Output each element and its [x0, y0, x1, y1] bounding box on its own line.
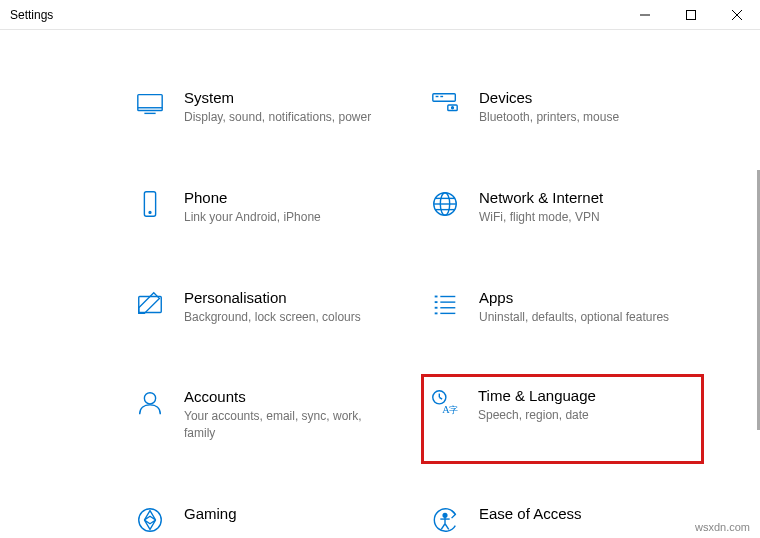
svg-point-28 [144, 393, 155, 404]
category-devices[interactable]: Devices Bluetooth, printers, mouse [425, 85, 700, 130]
category-desc: Display, sound, notifications, power [184, 109, 391, 126]
category-desc: Background, lock screen, colours [184, 309, 391, 326]
apps-icon [429, 289, 461, 321]
category-title: Gaming [184, 505, 391, 522]
svg-point-13 [149, 211, 151, 213]
svg-rect-1 [687, 10, 696, 19]
window-title: Settings [0, 8, 622, 22]
category-apps[interactable]: Apps Uninstall, defaults, optional featu… [425, 285, 700, 330]
time-language-icon: A 字 [428, 387, 460, 419]
devices-icon [429, 89, 461, 121]
category-time-language[interactable]: A 字 Time & Language Speech, region, date [421, 374, 704, 464]
category-title: Apps [479, 289, 686, 306]
category-title: Devices [479, 89, 686, 106]
category-desc: Speech, region, date [478, 407, 687, 424]
maximize-button[interactable] [668, 0, 714, 29]
svg-rect-7 [433, 94, 456, 102]
category-title: Personalisation [184, 289, 391, 306]
ease-of-access-icon [429, 505, 461, 537]
category-title: Ease of Access [479, 505, 686, 522]
svg-line-39 [445, 524, 449, 530]
category-desc: Bluetooth, printers, mouse [479, 109, 686, 126]
window-controls [622, 0, 760, 29]
category-gaming[interactable]: Gaming [130, 501, 405, 538]
category-title: Time & Language [478, 387, 687, 404]
category-title: Phone [184, 189, 391, 206]
category-title: Network & Internet [479, 189, 686, 206]
category-desc: Link your Android, iPhone [184, 209, 391, 226]
category-phone[interactable]: Phone Link your Android, iPhone [130, 185, 405, 230]
category-title: Accounts [184, 388, 391, 405]
category-system[interactable]: System Display, sound, notifications, po… [130, 85, 405, 130]
category-desc: WiFi, flight mode, VPN [479, 209, 686, 226]
watermark: wsxdn.com [695, 521, 750, 533]
svg-point-35 [443, 513, 447, 517]
svg-line-38 [441, 524, 445, 530]
svg-line-31 [439, 398, 442, 400]
category-personalisation[interactable]: Personalisation Background, lock screen,… [130, 285, 405, 330]
close-button[interactable] [714, 0, 760, 29]
svg-point-9 [452, 107, 454, 109]
gaming-icon [134, 505, 166, 537]
svg-point-34 [139, 509, 162, 532]
accounts-icon [134, 388, 166, 420]
titlebar: Settings [0, 0, 760, 30]
category-desc: Uninstall, defaults, optional features [479, 309, 686, 326]
system-icon [134, 89, 166, 121]
phone-icon [134, 189, 166, 221]
category-ease-of-access[interactable]: Ease of Access [425, 501, 700, 538]
svg-text:字: 字 [449, 406, 458, 416]
minimize-button[interactable] [622, 0, 668, 29]
network-icon [429, 189, 461, 221]
personalisation-icon [134, 289, 166, 321]
category-desc: Your accounts, email, sync, work, family [184, 408, 391, 442]
scrollbar[interactable] [754, 30, 760, 538]
settings-categories-grid: System Display, sound, notifications, po… [0, 30, 760, 538]
category-title: System [184, 89, 391, 106]
category-accounts[interactable]: Accounts Your accounts, email, sync, wor… [130, 384, 405, 446]
category-network[interactable]: Network & Internet WiFi, flight mode, VP… [425, 185, 700, 230]
